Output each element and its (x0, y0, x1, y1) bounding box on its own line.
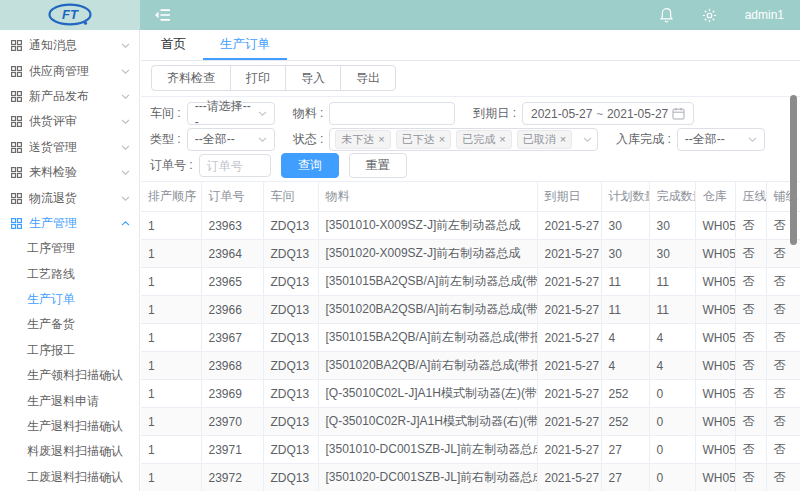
order-number-input[interactable] (207, 159, 263, 173)
orders-table-wrap: 排产顺序订单号车间物料到期日计划数量完成数量仓库压线铺线 123963ZDQ13… (141, 181, 800, 491)
vertical-scrollbar-thumb[interactable] (790, 95, 797, 245)
query-button[interactable]: 查询 (281, 153, 339, 178)
inbound-complete-select[interactable]: --全部-- (677, 128, 765, 151)
print-button[interactable]: 打印 (230, 65, 286, 91)
table-cell: [Q-35010C02L-J]A1H模式制动器(左)(带报警器) (318, 380, 537, 408)
table-cell: 0 (649, 408, 695, 436)
sidebar-item[interactable]: 生产订单 (0, 287, 139, 312)
tag-close-icon[interactable]: × (439, 134, 445, 145)
table-cell: 4 (649, 324, 695, 352)
sidebar-item[interactable]: 生产退料申请 (0, 388, 139, 413)
material-input[interactable] (337, 107, 447, 121)
import-button[interactable]: 导入 (285, 65, 341, 91)
table-cell: ZDQ13 (263, 296, 318, 324)
column-header: 到期日 (537, 182, 601, 212)
sidebar-item[interactable]: 送货管理 (0, 135, 139, 160)
table-cell: WH05 (695, 212, 735, 240)
table-row[interactable]: 123964ZDQ13[3501020-X009SZ-J]前右制动器总成2021… (141, 240, 800, 268)
table-cell: WH05 (695, 268, 735, 296)
status-label: 状态 : (293, 131, 324, 148)
due-date-end[interactable]: 2021-05-27 (607, 107, 668, 121)
table-cell: 否 (735, 352, 766, 380)
sidebar-item[interactable]: 工艺路线 (0, 262, 139, 287)
tab-production-order[interactable]: 生产订单 (203, 30, 287, 60)
table-cell: 4 (601, 324, 649, 352)
table-cell: 1 (141, 296, 201, 324)
table-cell: WH05 (695, 380, 735, 408)
sidebar-item[interactable]: 工废退料扫描确认 (0, 465, 139, 490)
sidebar-item[interactable]: 供应商管理 (0, 58, 139, 83)
sidebar-item[interactable]: 新产品发布 (0, 84, 139, 109)
table-cell: ZDQ13 (263, 212, 318, 240)
table-cell: 27 (601, 464, 649, 491)
workshop-label: 车间 : (150, 105, 181, 122)
tag-close-icon[interactable]: × (499, 134, 505, 145)
sidebar-item[interactable]: 料废退料扫描确认 (0, 439, 139, 464)
sidebar-item[interactable]: 生产领料扫描确认 (0, 363, 139, 388)
status-multiselect[interactable]: 未下达×已下达×已完成×已取消× (329, 128, 598, 151)
table-cell: 11 (649, 296, 695, 324)
grid-icon (11, 116, 22, 127)
column-header: 计划数量 (601, 182, 649, 212)
workshop-select[interactable]: ---请选择--- (187, 102, 275, 125)
export-button[interactable]: 导出 (340, 65, 396, 91)
table-cell: 27 (601, 436, 649, 464)
sidebar-item[interactable]: 来料检验 (0, 160, 139, 185)
tag-close-icon[interactable]: × (378, 134, 384, 145)
sidebar-item[interactable]: 供货评审 (0, 109, 139, 134)
material-check-button[interactable]: 齐料检查 (151, 65, 231, 91)
settings-gear-icon[interactable] (702, 8, 717, 23)
table-cell: 否 (735, 240, 766, 268)
sidebar-item[interactable]: 生产管理 (0, 211, 139, 236)
material-input-wrap (329, 102, 455, 125)
notification-bell-icon[interactable] (659, 7, 674, 23)
reset-button[interactable]: 重置 (349, 153, 407, 178)
table-row[interactable]: 123963ZDQ13[3501010-X009SZ-J]前左制动器总成2021… (141, 212, 800, 240)
chevron-up-icon (121, 221, 130, 226)
status-tag-label: 已完成 (462, 132, 495, 147)
sidebar-item-label: 生产退料申请 (27, 393, 130, 410)
table-cell: 30 (601, 240, 649, 268)
table-row[interactable]: 123966ZDQ13[3501020BA2QSB/A]前右制动器总成(带报警器… (141, 296, 800, 324)
status-tag-label: 未下达 (341, 132, 374, 147)
table-cell: 2021-5-27 (537, 296, 601, 324)
table-cell: 2021-5-27 (537, 380, 601, 408)
table-cell: 否 (766, 380, 800, 408)
table-cell: 0 (649, 464, 695, 491)
chevron-down-icon (121, 94, 130, 99)
table-cell: 否 (766, 268, 800, 296)
table-row[interactable]: 123971ZDQ13[3501010-DC001SZB-JL]前左制动器总成(… (141, 436, 800, 464)
table-cell: 2021-5-27 (537, 436, 601, 464)
filter-row-2: 类型 : --全部-- 状态 : 未下达×已下达×已完成×已取消× 入库完成 :… (150, 127, 791, 152)
sidebar-item[interactable]: 工序报工 (0, 338, 139, 363)
table-cell: ZDQ13 (263, 324, 318, 352)
sidebar-item[interactable]: 工序管理 (0, 236, 139, 261)
sidebar-item-label: 物流退货 (29, 190, 121, 207)
table-cell: 否 (735, 408, 766, 436)
sidebar-item[interactable]: 物流退货 (0, 185, 139, 210)
grid-icon (11, 142, 22, 153)
tag-close-icon[interactable]: × (560, 134, 566, 145)
sidebar-item[interactable]: 生产退料扫描确认 (0, 414, 139, 439)
main-content: 首页 生产订单 齐料检查 打印 导入 导出 车间 : ---请选择--- 物料 … (141, 30, 800, 491)
filter-row-1: 车间 : ---请选择--- 物料 : 到期日 : 2021-05-27 ~ 2… (150, 101, 791, 126)
type-select[interactable]: --全部-- (187, 128, 275, 151)
tab-home[interactable]: 首页 (144, 30, 203, 60)
due-date-start[interactable]: 2021-05-27 (531, 107, 592, 121)
table-row[interactable]: 123967ZDQ13[3501015BA2QB/A]前左制动器总成(带报警器)… (141, 324, 800, 352)
current-user[interactable]: admin1 (745, 8, 784, 22)
table-cell: ZDQ13 (263, 352, 318, 380)
sidebar-item[interactable]: 生产备货 (0, 312, 139, 337)
table-row[interactable]: 123969ZDQ13[Q-35010C02L-J]A1H模式制动器(左)(带报… (141, 380, 800, 408)
table-row[interactable]: 123965ZDQ13[3501015BA2QSB/A]前左制动器总成(带报警器… (141, 268, 800, 296)
table-cell: 1 (141, 324, 201, 352)
table-row[interactable]: 123970ZDQ13[Q-35010C02R-J]A1H模式制动器(右)(带报… (141, 408, 800, 436)
sidebar-collapse-icon[interactable] (154, 8, 171, 22)
grid-icon (11, 218, 22, 229)
due-date-range[interactable]: 2021-05-27 ~ 2021-05-27 (522, 102, 694, 125)
sidebar-item[interactable]: 通知消息 (0, 33, 139, 58)
column-header: 车间 (263, 182, 318, 212)
table-row[interactable]: 123972ZDQ13[3501020-DC001SZB-JL]前右制动器总成(… (141, 464, 800, 491)
table-row[interactable]: 123968ZDQ13[3501020BA2QB/A]前右制动器总成(带报警器)… (141, 352, 800, 380)
toolbar: 齐料检查 打印 导入 导出 (141, 61, 800, 97)
